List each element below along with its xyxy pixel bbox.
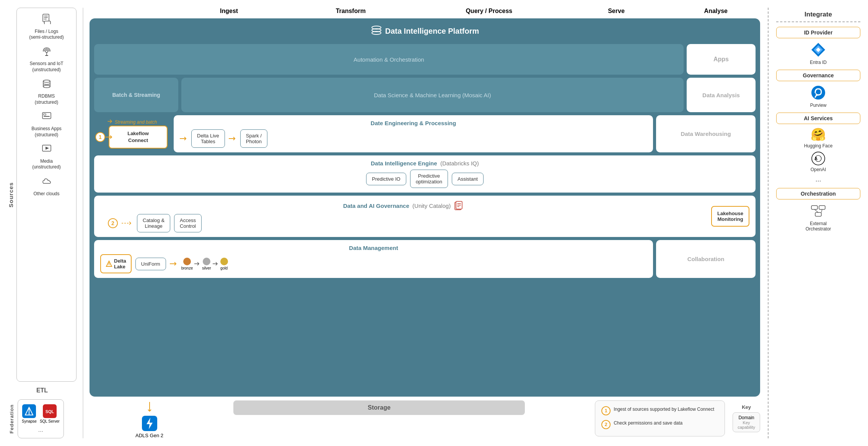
svg-rect-27 [457,205,461,206]
source-media: Media(unstructured) [21,143,72,170]
svg-marker-14 [46,147,49,150]
adls-icon [142,416,157,431]
etl-label: ETL [8,386,77,395]
svg-line-45 [821,209,822,212]
batch-text: Batch & Streaming [112,92,160,98]
source-bizapps: Business Apps(structured) [21,111,72,138]
federation-label: Federation [9,404,15,433]
ds-box: Data Science & Machine Learning (Mosaic … [181,78,684,112]
governance-category: Governance [776,70,860,81]
openai-icon: A [811,152,825,165]
source-sensors: Sensors and IoT(unstructured) [21,46,72,73]
hugging-face-item: 🤗 Hugging Face [776,127,860,149]
svg-rect-10 [42,113,51,119]
purview-icon [810,84,827,101]
de-box: Date Engineering & Processing Delta Live… [174,115,653,152]
openai-item: A OpenAI [776,152,860,172]
bizapps-icon [41,111,52,124]
media-icon [41,143,52,157]
source-files: Files / Logs(semi-structured) [21,13,72,41]
dw-text: Data Warehousing [681,131,731,137]
gold-label: gold [220,266,228,270]
svg-rect-28 [457,206,459,207]
arrow-to-dlt [180,136,187,142]
adls-label: ADLS Gen 2 [135,433,163,438]
bronze-medal [183,258,191,265]
circle-1: 1 [95,132,105,142]
main-container: Sources Files / Logs(semi-structured) [0,0,868,446]
ai-services-section: AI Services 🤗 Hugging Face A OpenAI ... [776,113,860,183]
assistant-badge: Assistant [452,173,484,185]
legend-items: 1 Ingest of sources supported by Lakeflo… [601,406,718,431]
medal-row: bronze silver gold [181,258,228,270]
storage-section: Storage [171,400,587,417]
right-divider [768,8,769,438]
de-title: Date Engineering & Processing [180,120,647,126]
ingest-col: Streaming and batch 1 LakeflowConnect [94,115,171,152]
gov-components-row: 2 Catalog &Lineage AccessControl [100,214,707,232]
gov-title: Data and AI Governance (Unity Catalog) [343,203,451,209]
key-domain-text: Domain [738,415,755,420]
right-panel: Integrate ID Provider Entra ID Governanc… [776,8,860,438]
streaming-text: Streaming and batch [115,119,157,125]
arrow-bronze-silver [194,262,200,266]
svg-point-9 [43,85,50,88]
storage-text: Storage [368,404,391,411]
clouds-icon [41,176,52,190]
entra-id-icon [810,41,827,58]
arrow-to-lakeflow [106,134,113,140]
data-analysis-text: Data Analysis [702,92,740,98]
purview-label: Purview [810,103,827,108]
external-orchestrator-item: ExternalOrchestrator [776,203,860,232]
arrow-to-adls [147,402,153,413]
silver-medal [203,258,210,265]
circle-2: 2 [108,218,118,228]
column-headers: Ingest Transform Query / Process Serve A… [90,8,760,18]
federation-more: ... [38,426,43,433]
svg-point-37 [811,86,825,100]
col-query: Query / Process [417,8,561,15]
ai-more: ... [776,175,860,183]
integrate-header: Integrate [776,8,860,22]
key-area: Key Domain Keycapability [733,400,760,432]
gov-row: Data and AI Governance (Unity Catalog) [94,196,756,237]
arrow-medals [170,261,178,267]
sources-label: Sources [8,8,14,382]
id-provider-category: ID Provider [776,27,860,38]
source-rdbms-label: RDBMS(structured) [35,93,58,105]
dashed-arrow-gov [122,220,133,226]
hugging-face-icon: 🤗 [811,127,826,142]
ds-text: Data Science & Machine Learning (Mosaic … [374,92,491,98]
governance-section: Governance Purview [776,70,860,108]
platform-outer: Data Intelligence Platform Automation & … [90,18,760,397]
col-transform: Transform [284,8,417,15]
delta-lake-badge: DeltaLake [100,254,132,273]
dm-components: DeltaLake UniForm bronze [100,254,647,273]
dm-box: Data Management DeltaLake UniForm [94,240,653,278]
svg-line-44 [814,209,818,212]
gov-right: LakehouseMonitoring [711,206,749,227]
left-panel: Sources Files / Logs(semi-structured) [8,8,77,438]
synapse-icon [22,404,36,418]
apps-text: Apps [713,56,729,63]
source-clouds: Other clouds [21,176,72,197]
hugging-face-label: Hugging Face [804,143,833,149]
legend-area: 1 Ingest of sources supported by Lakeflo… [595,400,725,436]
col-analyse: Analyse [672,8,760,15]
predictive-io-badge: Predictive IO [366,173,406,185]
svg-point-5 [46,50,48,52]
arrow-dlt-spark [229,136,236,142]
svg-rect-41 [811,206,818,209]
gov-left: Data and AI Governance (Unity Catalog) [100,200,707,232]
row-automation: Automation & Orchestration Apps [94,44,756,75]
svg-rect-11 [44,114,46,115]
apps-box: Apps [687,44,756,75]
access-control-badge: AccessControl [174,214,202,232]
automation-box: Automation & Orchestration [94,44,684,75]
uniform-badge: UniForm [135,258,166,270]
svg-rect-3 [44,19,47,20]
sensors-icon [41,46,52,60]
svg-rect-1 [44,16,48,16]
streaming-label: Streaming and batch [107,119,157,125]
die-components: Predictive IO Predictiveoptimization Ass… [100,170,749,188]
